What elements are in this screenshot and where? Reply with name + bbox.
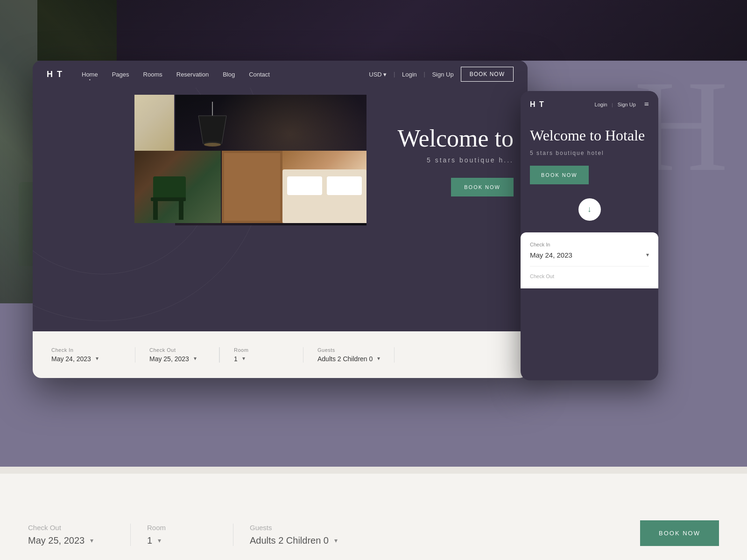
nav-link-reservation[interactable]: Reservation	[176, 71, 209, 78]
svg-rect-4	[153, 176, 186, 200]
svg-point-3	[204, 143, 221, 147]
nav-link-rooms[interactable]: Rooms	[143, 71, 162, 78]
bottom-room-arrow[interactable]: ▾	[158, 537, 161, 545]
checkin-value: May 24, 2023	[51, 355, 91, 363]
mobile-navbar: H T Login | Sign Up ≡	[521, 91, 658, 118]
svg-rect-12	[327, 176, 362, 195]
desktop-navbar: H T Home Pages Rooms Reservation Blog Co…	[33, 61, 528, 88]
bottom-room-field: Room 1 ▾	[131, 524, 233, 546]
guests-label: Guests	[317, 347, 380, 353]
desktop-nav-right: USD ▾ | Login | Sign Up BOOK NOW	[369, 67, 514, 82]
mobile-nav-right: Login | Sign Up ≡	[595, 99, 649, 109]
hero-room-image-top-left	[134, 95, 174, 155]
bottom-guests-value: Adults 2 Children 0	[250, 535, 329, 546]
desktop-hero: Welcome to 5 stars boutique h... BOOK NO…	[33, 88, 528, 331]
hero-book-now-button[interactable]: BOOK NOW	[451, 178, 514, 196]
chair-svg	[144, 167, 209, 223]
bottom-checkout-field: Check Out May 25, 2023 ▾	[28, 524, 131, 546]
room-field: Room 1 ▾	[219, 347, 303, 363]
bottom-room-value: 1	[147, 535, 152, 546]
checkin-arrow[interactable]: ▾	[96, 355, 99, 362]
mobile-booking-section: Check In May 24, 2023 ▾ Check Out	[521, 232, 658, 288]
bottom-checkout-label: Check Out	[28, 524, 114, 532]
svg-rect-9	[224, 153, 280, 221]
nav-link-contact[interactable]: Contact	[249, 71, 270, 78]
checkout-label: Check Out	[149, 347, 205, 353]
bottom-book-now-button[interactable]: BOOK NOW	[640, 520, 719, 546]
svg-rect-5	[151, 197, 186, 201]
mobile-checkin-arrow[interactable]: ▾	[646, 252, 649, 259]
guests-arrow[interactable]: ▾	[377, 355, 380, 362]
hero-room-image-bottom-right	[222, 151, 366, 223]
nav-link-pages[interactable]: Pages	[112, 71, 129, 78]
bottom-checkout-arrow[interactable]: ▾	[90, 537, 93, 545]
bottom-checkout-value: May 25, 2023	[28, 535, 85, 546]
hero-room-image-bottom-left	[134, 151, 221, 223]
bg-top-dark	[37, 0, 747, 61]
hero-title: Welcome to	[398, 125, 514, 152]
bottom-guests-arrow[interactable]: ▾	[334, 537, 338, 545]
mobile-checkin-label: Check In	[530, 242, 649, 247]
hero-welcome-text: Welcome to 5 stars boutique h... BOOK NO…	[398, 125, 514, 196]
mobile-book-now-button[interactable]: BOOK NOW	[530, 166, 589, 184]
signup-link[interactable]: Sign Up	[432, 71, 453, 78]
svg-marker-1	[198, 116, 226, 144]
mobile-subtitle: 5 stars boutique hotel	[530, 150, 649, 156]
mobile-login-link[interactable]: Login	[595, 102, 607, 107]
desktop-nav-links: Home Pages Rooms Reservation Blog Contac…	[82, 71, 369, 78]
mobile-logo: H T	[530, 100, 595, 109]
nav-link-home[interactable]: Home	[82, 71, 98, 78]
mobile-scroll-button[interactable]: ↓	[578, 198, 601, 221]
svg-rect-6	[153, 201, 158, 220]
guests-field: Guests Adults 2 Children 0 ▾	[303, 347, 395, 363]
mobile-hero: Welcome to Hotale 5 stars boutique hotel…	[521, 118, 658, 221]
checkout-value: May 25, 2023	[149, 355, 189, 363]
mobile-checkout-label: Check Out	[530, 273, 649, 279]
hero-subtitle: 5 stars boutique h...	[398, 156, 514, 164]
svg-rect-11	[287, 176, 322, 195]
bottom-guests-field: Guests Adults 2 Children 0 ▾	[233, 524, 354, 546]
bottom-guests-label: Guests	[250, 524, 338, 532]
bed-svg	[222, 151, 366, 223]
desktop-booking-bar: Check In May 24, 2023 ▾ Check Out May 25…	[33, 331, 528, 378]
checkin-field: Check In May 24, 2023 ▾	[51, 347, 135, 363]
desktop-mockup: H T Home Pages Rooms Reservation Blog Co…	[33, 61, 528, 378]
room-value: 1	[234, 355, 238, 363]
mobile-signup-link[interactable]: Sign Up	[618, 102, 636, 107]
room-arrow[interactable]: ▾	[242, 355, 245, 362]
nav-link-blog[interactable]: Blog	[223, 71, 235, 78]
checkout-field: Check Out May 25, 2023 ▾	[135, 347, 219, 363]
mobile-checkin-value: May 24, 2023	[530, 251, 572, 259]
guests-value: Adults 2 Children 0	[317, 355, 373, 363]
room-label: Room	[234, 347, 289, 353]
bottom-booking-bar: Check Out May 25, 2023 ▾ Room 1 ▾ Guests…	[0, 474, 747, 560]
mobile-mockup: H T Login | Sign Up ≡ Welcome to Hotale …	[521, 91, 658, 380]
bottom-room-label: Room	[147, 524, 217, 532]
currency-selector[interactable]: USD ▾	[369, 71, 387, 78]
checkin-label: Check In	[51, 347, 121, 353]
checkout-arrow[interactable]: ▾	[194, 355, 197, 362]
svg-rect-7	[179, 201, 183, 220]
desktop-logo: H T	[47, 70, 63, 79]
mobile-menu-icon[interactable]: ≡	[644, 99, 649, 109]
mobile-title: Welcome to Hotale	[530, 127, 649, 144]
login-link[interactable]: Login	[402, 71, 417, 78]
scroll-down-icon: ↓	[587, 204, 592, 214]
book-now-nav-button[interactable]: BOOK NOW	[461, 67, 514, 82]
